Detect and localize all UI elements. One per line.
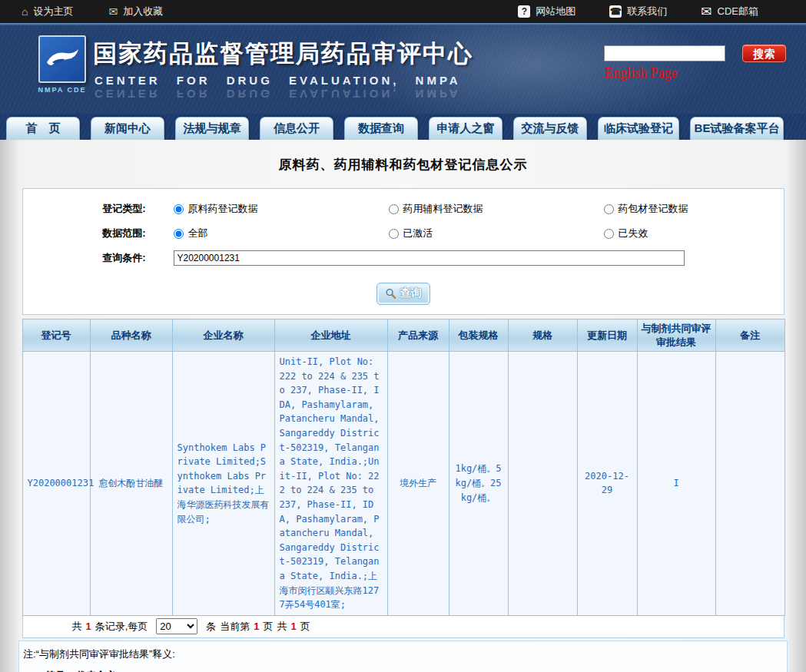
tab-home[interactable]: 首 页 (6, 117, 80, 140)
legend-columns: 符号 代表含义 (19, 669, 787, 672)
radio-scope-activated[interactable]: 已激活 (389, 227, 576, 240)
radio-packaging-label: 药包材登记数据 (619, 202, 688, 216)
legend-notes: 注:“与制剂共同审评审批结果”释义: 符号 代表含义 A 已批准在上市制剂使用的… (18, 641, 788, 672)
radio-raw-material-label: 原料药登记数据 (188, 202, 258, 216)
col-header-company-address: 企业地址 (274, 319, 387, 352)
pagination-total-pages: 1 (291, 621, 297, 632)
pagination-bar: 共 1 条记录,每页 20 条 当前第 1 页 共 1 页 (22, 616, 784, 638)
set-homepage-link[interactable]: ⌂ 设为主页 (22, 5, 73, 18)
radio-packaging-data[interactable]: 药包材登记数据 (604, 202, 784, 216)
radio-excipient-data[interactable]: 药用辅料登记数据 (389, 202, 576, 216)
radio-raw-material-data[interactable]: 原料药登记数据 (174, 202, 361, 216)
reg-type-label: 登记类型: (23, 202, 146, 216)
col-header-remark: 备注 (715, 319, 784, 352)
col-header-spec: 规格 (508, 319, 577, 352)
results-table: 登记号 品种名称 企业名称 企业地址 产品来源 包装规格 规格 更新日期 与制剂… (22, 319, 785, 616)
cell-package-spec: 1kg/桶。5kg/桶。25kg/桶。 (449, 352, 508, 616)
site-title-english-reflection: CENTER FOR DRUG EVALUATION, NMPA (95, 88, 461, 101)
tab-be-trial-filing[interactable]: BE试验备案平台 (690, 117, 784, 140)
results-table-wrap: 登记号 品种名称 企业名称 企业地址 产品来源 包装规格 规格 更新日期 与制剂… (22, 319, 784, 638)
sitemap-link[interactable]: ? 网站地图 (518, 5, 575, 18)
cell-remark (715, 352, 784, 616)
header-search-input[interactable] (604, 45, 725, 61)
site-title: 国家药品监督管理局药品审评中心 (93, 38, 473, 70)
query-condition-row: 查询条件: (23, 246, 784, 270)
pagination-total-prefix: 共 (72, 620, 82, 634)
radio-scope-all[interactable]: 全部 (174, 227, 361, 240)
main-nav: 首 页 新闻中心 法规与规章 信息公开 数据查询 申请人之窗 交流与反馈 临床试… (0, 114, 806, 140)
top-utility-bar: ⌂ 设为主页 ✉ 加入收藏 ? 网站地图 ☎ 联系我们 ✉ CDE邮箱 (0, 0, 806, 23)
cell-product-source: 境外生产 (387, 352, 449, 616)
pagination-total-records: 1 (86, 621, 91, 632)
radio-scope-all-input[interactable] (174, 229, 184, 239)
header-search-button[interactable]: 搜索 (742, 45, 786, 62)
radio-scope-all-label: 全部 (188, 227, 208, 240)
col-header-reg-no: 登记号 (22, 319, 90, 352)
set-homepage-label: 设为主页 (33, 5, 73, 18)
col-header-company-name: 企业名称 (172, 319, 274, 352)
cell-company-address: Unit-II, Plot No: 222 to 224 & 235 to 23… (274, 352, 387, 616)
logo-caption: NMPA CDE (35, 86, 89, 94)
query-submit-button[interactable]: 查询 (376, 283, 430, 305)
tab-clinical-trial-registration[interactable]: 临床试验登记 (598, 117, 679, 140)
cell-reg-no: Y20200001231 (22, 352, 90, 616)
pagination-current-prefix: 当前第 (220, 620, 250, 634)
tab-laws-regulations[interactable]: 法规与规章 (175, 117, 249, 140)
col-header-product-source: 产品来源 (387, 319, 449, 352)
contact-us-label: 联系我们 (627, 5, 667, 18)
pagination-current-suffix: 页 (264, 620, 274, 634)
pagination-pages-prefix: 共 (277, 620, 287, 634)
legend-col-meaning: 代表含义 (76, 669, 116, 672)
query-form-panel: 登记类型: 原料药登记数据 药用辅料登记数据 药包材登记数据 数据范围: 全部 (22, 188, 784, 315)
tab-info-disclosure[interactable]: 信息公开 (260, 117, 333, 140)
page-content: 原料药、药用辅料和药包材登记信息公示 登记类型: 原料药登记数据 药用辅料登记数… (0, 140, 806, 672)
radio-raw-material-input[interactable] (174, 204, 184, 214)
tab-exchange-feedback[interactable]: 交流与反馈 (513, 117, 587, 140)
cell-update-date: 2020-12-29 (577, 352, 637, 616)
page-title: 原料药、药用辅料和药包材登记信息公示 (0, 140, 806, 188)
cde-mail-link[interactable]: ✉ CDE邮箱 (701, 5, 758, 18)
radio-packaging-input[interactable] (604, 204, 614, 214)
site-title-english: CENTER FOR DRUG EVALUATION, NMPA (95, 74, 461, 87)
table-row: Y20200001231 愈创木酚甘油醚 Synthokem Labs Priv… (22, 352, 784, 616)
col-header-update-date: 更新日期 (577, 319, 637, 352)
legend-title: 注:“与制剂共同审评审批结果”释义: (19, 647, 787, 661)
cell-joint-review-result: I (637, 352, 715, 616)
tab-news-center[interactable]: 新闻中心 (91, 117, 164, 140)
radio-scope-activated-label: 已激活 (403, 227, 433, 240)
pagination-pages-suffix: 页 (300, 620, 310, 634)
phone-icon: ☎ (609, 5, 622, 18)
radio-excipient-label: 药用辅料登记数据 (403, 202, 483, 216)
radio-scope-expired-input[interactable] (604, 229, 614, 239)
page-size-select[interactable]: 20 (156, 618, 197, 634)
envelope-icon: ✉ (108, 6, 118, 17)
contact-us-link[interactable]: ☎ 联系我们 (609, 5, 667, 18)
mail-icon: ✉ (701, 5, 711, 18)
english-page-link[interactable]: English Page (605, 65, 678, 81)
home-icon: ⌂ (22, 6, 28, 17)
radio-excipient-input[interactable] (389, 204, 399, 214)
scope-label: 数据范围: (23, 227, 146, 240)
sitemap-label: 网站地图 (536, 5, 575, 18)
tab-applicant-window[interactable]: 申请人之窗 (429, 117, 503, 140)
pagination-records-suffix: 条记录,每页 (95, 620, 148, 634)
nmpa-cde-logo[interactable]: NMPA CDE (35, 35, 89, 94)
col-header-package-spec: 包装规格 (449, 319, 508, 352)
radio-scope-expired[interactable]: 已失效 (604, 227, 784, 240)
tab-data-query[interactable]: 数据查询 (344, 117, 418, 140)
add-favorite-link[interactable]: ✉ 加入收藏 (108, 5, 163, 18)
reg-type-row: 登记类型: 原料药登记数据 药用辅料登记数据 药包材登记数据 (23, 197, 784, 221)
cde-mail-label: CDE邮箱 (718, 5, 758, 18)
table-header-row: 登记号 品种名称 企业名称 企业地址 产品来源 包装规格 规格 更新日期 与制剂… (22, 319, 784, 352)
swoosh-bird-icon (45, 47, 80, 71)
query-submit-label: 查询 (400, 286, 422, 300)
radio-scope-expired-label: 已失效 (619, 227, 648, 240)
radio-scope-activated-input[interactable] (389, 229, 399, 239)
site-header: NMPA CDE 国家药品监督管理局药品审评中心 CENTER FOR DRUG… (0, 25, 806, 114)
query-condition-input[interactable] (174, 250, 685, 266)
pagination-current-page: 1 (254, 621, 259, 632)
query-condition-label: 查询条件: (23, 251, 146, 265)
col-header-product-name: 品种名称 (90, 319, 172, 352)
add-favorite-label: 加入收藏 (123, 5, 163, 18)
question-mark-icon: ? (518, 5, 530, 18)
